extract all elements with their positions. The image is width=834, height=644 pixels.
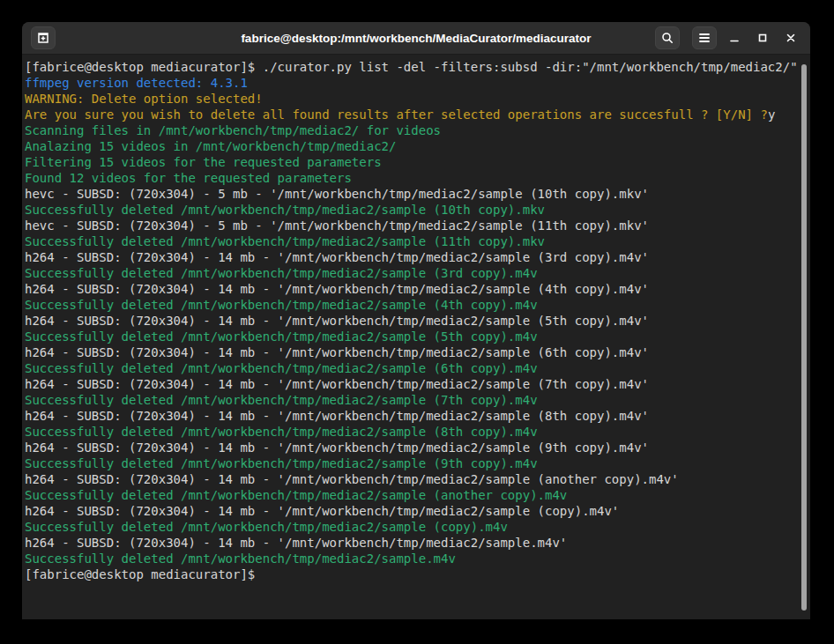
terminal-line: h264 - SUBSD: (720x304) - 14 mb - '/mnt/… [25, 471, 798, 487]
terminal-text-segment: ffmpeg version detected: 4.3.1 [25, 76, 248, 90]
terminal-line: ffmpeg version detected: 4.3.1 [25, 75, 798, 91]
terminal-line: Successfully deleted /mnt/workbench/tmp/… [25, 424, 798, 440]
terminal-line: [fabrice@desktop mediacurator]$ [25, 566, 798, 582]
terminal-text-segment: hevc - SUBSD: (720x304) - 5 mb - '/mnt/w… [25, 187, 649, 201]
scrollbar-thumb[interactable] [801, 64, 807, 611]
terminal-line: Successfully deleted /mnt/workbench/tmp/… [25, 202, 798, 218]
terminal-text-segment: h264 - SUBSD: (720x304) - 14 mb - '/mnt/… [25, 536, 567, 550]
terminal-text-segment: Successfully deleted /mnt/workbench/tmp/… [25, 520, 508, 534]
terminal-line: Analazing 15 videos in /mnt/workbench/tm… [25, 138, 798, 154]
terminal-text-segment: Successfully deleted /mnt/workbench/tmp/… [25, 488, 567, 502]
terminal-line: h264 - SUBSD: (720x304) - 14 mb - '/mnt/… [25, 440, 798, 455]
terminal-text-segment: WARNING: Delete option selected! [25, 92, 263, 106]
menu-icon [698, 33, 711, 43]
terminal-text-segment: Are you sure you wish to delete all foun… [25, 107, 768, 122]
terminal-line: WARNING: Delete option selected! [25, 91, 798, 107]
terminal-text-segment: Successfully deleted /mnt/workbench/tmp/… [25, 203, 545, 217]
new-tab-icon [36, 31, 50, 45]
new-tab-button[interactable] [31, 26, 56, 49]
close-button[interactable] [780, 27, 801, 48]
terminal-text-segment: Filtering 15 videos for the requested pa… [25, 155, 382, 169]
terminal-line: Scanning files in /mnt/workbench/tmp/med… [25, 122, 798, 138]
terminal-window: fabrice@desktop:/mnt/workbench/MediaCura… [22, 22, 810, 619]
terminal-line: h264 - SUBSD: (720x304) - 14 mb - '/mnt/… [25, 535, 798, 551]
terminal-line: Successfully deleted /mnt/workbench/tmp/… [25, 265, 798, 281]
terminal-line: hevc - SUBSD: (720x304) - 5 mb - '/mnt/w… [25, 186, 798, 202]
scrollbar[interactable] [800, 59, 808, 618]
terminal-text-segment: h264 - SUBSD: (720x304) - 14 mb - '/mnt/… [25, 250, 649, 264]
terminal-line: Are you sure you wish to delete all foun… [25, 107, 798, 122]
terminal-line: h264 - SUBSD: (720x304) - 14 mb - '/mnt/… [25, 313, 798, 329]
minimize-icon [728, 32, 741, 44]
minimize-button[interactable] [724, 27, 745, 48]
terminal-line: Successfully deleted /mnt/workbench/tmp/… [25, 233, 798, 249]
terminal-text-segment: Found 12 videos for the requested parame… [25, 171, 352, 185]
terminal-line: h264 - SUBSD: (720x304) - 14 mb - '/mnt/… [25, 344, 798, 360]
terminal-line: h264 - SUBSD: (720x304) - 14 mb - '/mnt/… [25, 281, 798, 297]
terminal-text-segment: Successfully deleted /mnt/workbench/tmp/… [25, 425, 538, 439]
terminal-text-segment: h264 - SUBSD: (720x304) - 14 mb - '/mnt/… [25, 472, 679, 486]
desktop-background: fabrice@desktop:/mnt/workbench/MediaCura… [0, 0, 834, 644]
terminal-text-segment: h264 - SUBSD: (720x304) - 14 mb - '/mnt/… [25, 377, 649, 391]
terminal-text-segment: Successfully deleted /mnt/workbench/tmp/… [25, 393, 538, 407]
close-icon [785, 32, 797, 44]
terminal-text-segment: Successfully deleted /mnt/workbench/tmp/… [25, 361, 538, 375]
terminal-text-segment: Successfully deleted /mnt/workbench/tmp/… [25, 329, 538, 344]
terminal-text-segment: [fabrice@desktop mediacurator]$ [25, 567, 263, 581]
terminal-line: hevc - SUBSD: (720x304) - 5 mb - '/mnt/w… [25, 218, 798, 233]
terminal-line: Successfully deleted /mnt/workbench/tmp/… [25, 329, 798, 344]
terminal-text-segment: h264 - SUBSD: (720x304) - 14 mb - '/mnt/… [25, 409, 649, 423]
terminal-text-segment: h264 - SUBSD: (720x304) - 14 mb - '/mnt/… [25, 282, 649, 296]
search-button[interactable] [655, 26, 680, 49]
terminal-text-segment: h264 - SUBSD: (720x304) - 14 mb - '/mnt/… [25, 504, 619, 518]
terminal-text-segment: Analazing 15 videos in /mnt/workbench/tm… [25, 139, 396, 153]
terminal-line: h264 - SUBSD: (720x304) - 14 mb - '/mnt/… [25, 249, 798, 265]
terminal-text-segment: hevc - SUBSD: (720x304) - 5 mb - '/mnt/w… [25, 218, 649, 233]
terminal-text-segment: h264 - SUBSD: (720x304) - 14 mb - '/mnt/… [25, 345, 649, 359]
terminal-text-segment: Scanning files in /mnt/workbench/tmp/med… [25, 123, 441, 137]
terminal-line: Successfully deleted /mnt/workbench/tmp/… [25, 551, 798, 566]
terminal-line: [fabrice@desktop mediacurator]$ ./curato… [25, 59, 798, 75]
terminal-text-segment: Successfully deleted /mnt/workbench/tmp/… [25, 551, 456, 566]
terminal-text-segment: y [768, 107, 775, 122]
terminal-line: h264 - SUBSD: (720x304) - 14 mb - '/mnt/… [25, 408, 798, 424]
terminal-line: Found 12 videos for the requested parame… [25, 170, 798, 186]
titlebar-controls [643, 26, 801, 49]
maximize-icon [756, 32, 769, 44]
terminal-line: Successfully deleted /mnt/workbench/tmp/… [25, 297, 798, 313]
terminal-text-segment: Successfully deleted /mnt/workbench/tmp/… [25, 234, 545, 248]
terminal-line: Filtering 15 videos for the requested pa… [25, 154, 798, 170]
titlebar[interactable]: fabrice@desktop:/mnt/workbench/MediaCura… [22, 22, 810, 55]
menu-button[interactable] [692, 26, 717, 49]
terminal-line: Successfully deleted /mnt/workbench/tmp/… [25, 487, 798, 503]
terminal-text-segment: h264 - SUBSD: (720x304) - 14 mb - '/mnt/… [25, 314, 649, 328]
search-icon [660, 31, 674, 45]
terminal-line: h264 - SUBSD: (720x304) - 14 mb - '/mnt/… [25, 376, 798, 392]
terminal-text-segment: Successfully deleted /mnt/workbench/tmp/… [25, 456, 538, 470]
terminal-line: Successfully deleted /mnt/workbench/tmp/… [25, 519, 798, 535]
terminal-line: Successfully deleted /mnt/workbench/tmp/… [25, 360, 798, 376]
terminal-text-segment: Successfully deleted /mnt/workbench/tmp/… [25, 266, 538, 280]
terminal-line: h264 - SUBSD: (720x304) - 14 mb - '/mnt/… [25, 503, 798, 519]
terminal-text-segment: [fabrice@desktop mediacurator]$ ./curato… [25, 60, 798, 74]
terminal-line: Successfully deleted /mnt/workbench/tmp/… [25, 455, 798, 471]
maximize-button[interactable] [752, 27, 773, 48]
terminal-output[interactable]: [fabrice@desktop mediacurator]$ ./curato… [22, 55, 810, 619]
terminal-text-segment: Successfully deleted /mnt/workbench/tmp/… [25, 298, 538, 312]
terminal-text-segment: h264 - SUBSD: (720x304) - 14 mb - '/mnt/… [25, 440, 649, 455]
terminal-line: Successfully deleted /mnt/workbench/tmp/… [25, 392, 798, 408]
